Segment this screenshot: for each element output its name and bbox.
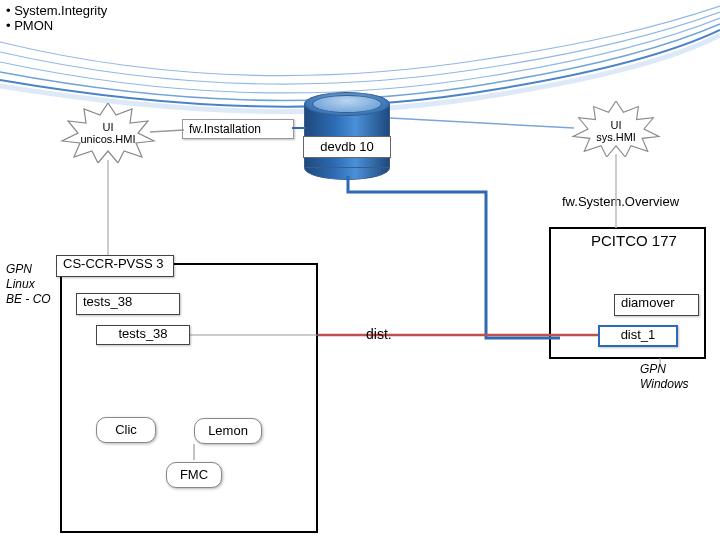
svg-line-2 [390, 118, 574, 128]
tests-38-inner: tests_38 [96, 325, 190, 345]
bullets-list: • System.Integrity • PMON [0, 0, 164, 46]
fw-installation-box: fw.Installation [182, 119, 294, 139]
dist-1-box: dist_1 [598, 325, 678, 347]
cs-ccr-pvss3-box: CS-CCR-PVSS 3 [56, 255, 174, 277]
dist-label: dist. [366, 326, 392, 342]
db-cylinder [304, 92, 390, 176]
node-fmc: FMC [166, 462, 222, 488]
node-lemon: Lemon [194, 418, 262, 444]
pcitco-title: PCITCO 177 [591, 232, 677, 249]
fw-system-overview-label: fw.System.Overview [562, 194, 679, 209]
tests-38-outer: tests_38 [76, 293, 180, 315]
star-right-label: UI sys.HMI [596, 101, 636, 143]
star-left-label: UI unicos.HMI [80, 103, 135, 145]
star-ui-unicos-hmi: UI unicos.HMI [58, 103, 158, 163]
node-clic: Clic [96, 417, 156, 443]
diamover-box: diamover [614, 294, 699, 316]
gpn-windows-label: GPN Windows [640, 362, 689, 392]
fw-installation-label: fw.Installation [189, 122, 261, 136]
db-cylinder-label: devdb 10 [303, 136, 391, 158]
gpn-linux-label: GPN Linux BE - CO [6, 262, 51, 307]
star-ui-sys-hmi: UI sys.HMI [568, 101, 664, 157]
